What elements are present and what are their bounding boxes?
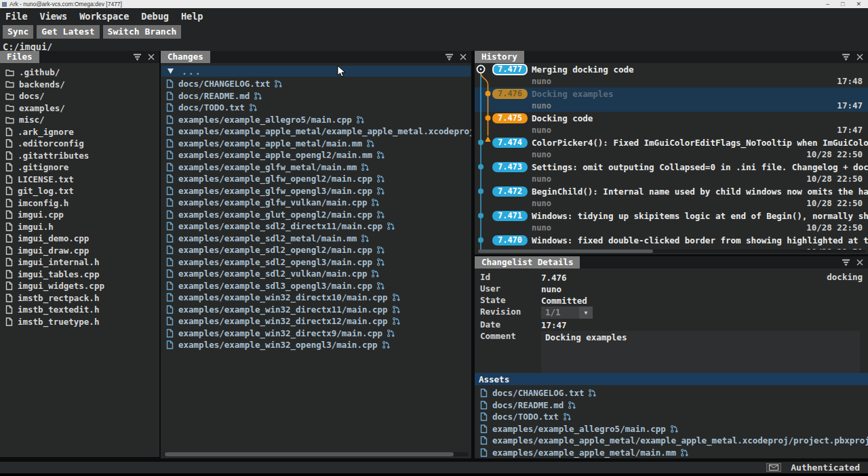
file-icon: [166, 269, 174, 278]
folder-row[interactable]: .github/: [0, 66, 159, 79]
changes-hscrollbar-handle[interactable]: [165, 452, 454, 456]
changed-file-row[interactable]: docs/CHANGELOG.txt: [161, 78, 471, 90]
history-entry-7.472[interactable]: 7.472BeginChild(): Internal name used by…: [475, 185, 868, 210]
history-hscrollbar-handle[interactable]: [478, 250, 653, 253]
filter-icon[interactable]: [445, 54, 454, 61]
changed-file-row[interactable]: examples/example_glfw_metal/main.mm: [161, 161, 471, 174]
sync-button[interactable]: Sync: [3, 25, 33, 39]
maximize-button[interactable]: □: [841, 1, 844, 7]
changed-file-row[interactable]: examples/example_glut_opengl2/main.cpp: [161, 209, 471, 221]
branch-icon: [387, 329, 395, 338]
file-row[interactable]: imgui.cpp: [0, 209, 159, 221]
menu-item-views[interactable]: Views: [40, 10, 75, 22]
changed-file-row[interactable]: docs/TODO.txt: [161, 102, 471, 114]
changed-file-row[interactable]: examples/example_sdl2_directx11/main.cpp: [161, 220, 471, 233]
file-row[interactable]: imstb_rectpack.h: [0, 292, 159, 304]
minimize-button[interactable]: –: [826, 1, 829, 7]
changed-file-row[interactable]: examples/example_win32_directx9/main.cpp: [161, 328, 471, 340]
chevron-down-icon[interactable]: ▼: [579, 306, 593, 319]
history-entry-7.475[interactable]: 7.475Docking codenuno17:47: [475, 112, 868, 136]
history-entry-7.476[interactable]: 7.476Docking examplesnuno17:47: [475, 87, 868, 112]
changed-file-row[interactable]: examples/example_apple_metal/example_app…: [161, 125, 471, 138]
comment-box[interactable]: Docking examples: [541, 331, 860, 373]
menu-item-file[interactable]: File: [5, 10, 35, 22]
close-button[interactable]: ✕: [856, 1, 861, 7]
tab-changelist-details[interactable]: Changelist Details: [475, 256, 580, 269]
changed-file-row[interactable]: examples/example_apple_metal/example_app…: [475, 435, 868, 447]
file-row[interactable]: .editorconfig: [0, 138, 159, 150]
tab-changes[interactable]: Changes: [161, 51, 210, 63]
close-icon[interactable]: [460, 54, 467, 60]
menu-item-debug[interactable]: Debug: [141, 10, 176, 22]
tab-files[interactable]: Files: [0, 51, 39, 63]
changed-file-row[interactable]: docs/README.md: [475, 399, 868, 412]
filter-icon[interactable]: [842, 259, 850, 266]
switch-branch-button[interactable]: Switch Branch: [103, 25, 182, 39]
changed-file-row[interactable]: examples/example_apple_metal/main.mm: [161, 138, 471, 150]
toolbar: SyncGet LatestSwitch Branch: [0, 24, 868, 39]
file-row[interactable]: imgui_draw.cpp: [0, 245, 159, 257]
get-latest-button[interactable]: Get Latest: [37, 25, 99, 39]
folder-row[interactable]: backends/: [0, 79, 159, 91]
changed-file-row[interactable]: docs/TODO.txt: [475, 411, 868, 423]
changed-file-row[interactable]: examples/example_sdl2_opengl2/main.cpp: [161, 244, 471, 256]
folder-row[interactable]: docs/: [0, 90, 159, 102]
changed-file-row[interactable]: docs/README.md: [161, 90, 471, 102]
history-entry-7.470[interactable]: 7.470Windows: fixed double-clicked borde…: [475, 234, 868, 250]
folder-icon: [5, 104, 14, 112]
close-icon[interactable]: [148, 54, 155, 60]
changed-file-row[interactable]: examples/example_allegro5/main.cpp: [161, 114, 471, 126]
history-entry-7.473[interactable]: 7.473Settings: omit outputing Collapsed=…: [475, 161, 868, 185]
filter-icon[interactable]: [133, 54, 142, 61]
branch-icon: [588, 389, 597, 397]
changed-file-row[interactable]: examples/example_win32_opengl3/main.cpp: [161, 339, 471, 351]
changed-file-row[interactable]: examples/example_glfw_opengl2/main.cpp: [161, 173, 471, 185]
folder-row[interactable]: misc/: [0, 114, 159, 126]
changed-file-row[interactable]: examples/example_sdl2_vulkan/main.cpp: [161, 268, 471, 280]
commit-time: 10/28 22:50: [806, 198, 863, 208]
changed-file-row[interactable]: examples/example_sdl2_metal/main.mm: [161, 233, 471, 245]
changed-file-row[interactable]: examples/example_apple_metal/main.mm: [475, 447, 868, 459]
changed-file-row[interactable]: examples/example_apple_opengl2/main.mm: [161, 149, 471, 161]
menu-item-help[interactable]: Help: [181, 10, 210, 22]
file-row[interactable]: imgui_tables.cpp: [0, 269, 159, 281]
changed-file-row[interactable]: examples/example_win32_directx12/main.cp…: [161, 315, 471, 328]
close-icon[interactable]: [856, 54, 863, 60]
tab-history[interactable]: History: [475, 51, 524, 63]
history-entry-7.471[interactable]: 7.471Windows: tidying up skipitems logic…: [475, 210, 868, 234]
menu-item-workspace[interactable]: Workspace: [79, 10, 136, 22]
changed-file-row[interactable]: docs/CHANGELOG.txt: [475, 387, 868, 399]
branch-icon: [382, 340, 391, 349]
changed-file-row[interactable]: examples/example_win32_directx11/main.cp…: [161, 304, 471, 316]
changed-file-row[interactable]: examples/example_sdl2_opengl3/main.cpp: [161, 256, 471, 269]
file-row[interactable]: .gitignore: [0, 161, 159, 174]
revision-dropdown[interactable]: 1/1▼: [541, 306, 593, 319]
close-icon[interactable]: [856, 259, 863, 266]
file-path: examples/example_apple_opengl2/main.mm: [178, 150, 372, 160]
file-row[interactable]: imgui_demo.cpp: [0, 233, 159, 245]
file-row[interactable]: imgui_internal.h: [0, 256, 159, 269]
file-row[interactable]: LICENSE.txt: [0, 174, 159, 186]
history-entry-7.474[interactable]: 7.474ColorPicker4(): Fixed ImGuiColorEdi…: [475, 136, 868, 161]
file-row[interactable]: imgui_widgets.cpp: [0, 280, 159, 292]
changed-file-row[interactable]: examples/example_glfw_opengl3/main.cpp: [161, 185, 471, 197]
changed-file-row[interactable]: examples/example_glfw_vulkan/main.cpp: [161, 197, 471, 209]
file-row[interactable]: imstb_textedit.h: [0, 304, 159, 316]
file-icon: [480, 389, 488, 397]
file-row[interactable]: imconfig.h: [0, 197, 159, 210]
file-name: .gitattributes: [18, 151, 89, 161]
changed-file-row[interactable]: examples/example_sdl3_opengl3/main.cpp: [161, 280, 471, 292]
folder-row[interactable]: examples/: [0, 102, 159, 115]
file-row[interactable]: .gitattributes: [0, 150, 159, 162]
changed-file-row[interactable]: examples/example_allegro5/main.cpp: [475, 423, 868, 435]
commit-time: 10/28 22:50: [806, 174, 863, 184]
file-row[interactable]: .ark_ignore: [0, 126, 159, 138]
history-entry-7.477[interactable]: 7.477Merging docking codenuno17:48: [475, 63, 868, 87]
filter-icon[interactable]: [842, 54, 850, 61]
file-path: docs/README.md: [178, 91, 250, 101]
file-row[interactable]: imstb_truetype.h: [0, 316, 159, 328]
file-row[interactable]: git_log.txt: [0, 185, 159, 197]
file-row[interactable]: imgui.h: [0, 221, 159, 233]
changes-root-row[interactable]: ...: [161, 66, 471, 77]
changed-file-row[interactable]: examples/example_win32_directx10/main.cp…: [161, 292, 471, 304]
